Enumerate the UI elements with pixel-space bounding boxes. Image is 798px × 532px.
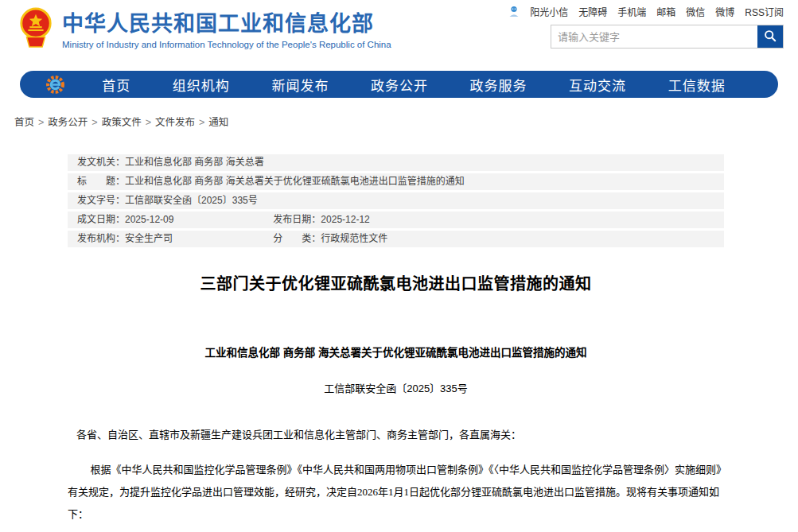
article-doc-number: 工信部联安全函〔2025〕335号 (68, 380, 724, 395)
breadcrumb-item-notice[interactable]: 通知 (208, 117, 228, 128)
meta-row-title: 标 题：工业和信息化部 商务部 海关总署关于优化锂亚硫酰氯电池进出口监管措施的通… (68, 173, 724, 190)
top-link-wechat[interactable]: 微信 (686, 5, 705, 18)
article-body: 各省、自治区、直辖市及新疆生产建设兵团工业和信息化主管部门、商务主管部门，各直属… (68, 424, 724, 532)
breadcrumb: 首页>政务公开>政策文件>文件发布>通知 (14, 114, 798, 129)
breadcrumb-item-gov-disclosure[interactable]: 政务公开 (48, 117, 88, 128)
meta-label: 分 类： (273, 233, 321, 244)
meta-label: 标 题： (77, 176, 125, 187)
document-container: 发文机关：工业和信息化部 商务部 海关总署 标 题：工业和信息化部 商务部 海关… (68, 154, 724, 532)
meta-value: 工业和信息化部 商务部 海关总署关于优化锂亚硫酰氯电池进出口监管措施的通知 (125, 176, 465, 187)
site-search (551, 25, 784, 49)
meta-value: 工信部联安全函〔2025〕335号 (125, 195, 258, 206)
document-meta-table: 发文机关：工业和信息化部 商务部 海关总署 标 题：工业和信息化部 商务部 海关… (68, 154, 724, 247)
national-emblem-logo (18, 7, 54, 52)
top-link-mail[interactable]: 邮箱 (656, 5, 675, 18)
nav-item-home[interactable]: 首页 (94, 72, 138, 98)
article-salutation: 各省、自治区、直辖市及新疆生产建设兵团工业和信息化主管部门、商务主管部门，各直属… (68, 424, 724, 446)
search-button[interactable] (757, 25, 783, 48)
top-link-mobile[interactable]: 手机端 (617, 5, 646, 18)
meta-value: 2025-12-12 (321, 214, 369, 225)
search-icon (764, 29, 777, 45)
miit-gear-e-icon (45, 75, 65, 95)
search-input[interactable] (551, 25, 757, 48)
nav-item-interaction[interactable]: 互动交流 (561, 72, 634, 98)
nav-item-miit-data[interactable]: 工信数据 (660, 72, 734, 98)
nav-item-gov-disclosure[interactable]: 政务公开 (363, 72, 436, 98)
top-link-rss[interactable]: RSS订阅 (745, 5, 784, 18)
meta-label: 发布日期： (273, 214, 321, 225)
top-link-weibo[interactable]: 微博 (715, 5, 734, 18)
main-navigation: 首页 组织机构 新闻发布 政务公开 政务服务 互动交流 工信数据 (20, 71, 778, 98)
meta-value: 行政规范性文件 (321, 233, 387, 244)
meta-label: 发文字号： (77, 195, 125, 206)
breadcrumb-item-home[interactable]: 首页 (14, 117, 34, 128)
top-utility-links: 阳光小信 无障碍 手机端 邮箱 微信 微博 RSS订阅 (508, 5, 784, 18)
article-title: 三部门关于优化锂亚硫酰氯电池进出口监管措施的通知 (68, 271, 724, 294)
breadcrumb-separator: > (91, 117, 97, 128)
meta-value: 工业和信息化部 商务部 海关总署 (125, 157, 264, 168)
site-subtitle-en: Ministry of Industry and Information Tec… (62, 40, 391, 49)
meta-label: 发文机关： (77, 157, 125, 168)
site-header: 中华人民共和国工业和信息化部 Ministry of Industry and … (0, 0, 798, 70)
breadcrumb-item-document-release[interactable]: 文件发布 (155, 117, 195, 128)
meta-row-issuing-org: 发文机关：工业和信息化部 商务部 海关总署 (68, 154, 724, 171)
article-subtitle: 工业和信息化部 商务部 海关总署关于优化锂亚硫酰氯电池进出口监管措施的通知 (68, 344, 724, 359)
site-title: 中华人民共和国工业和信息化部 (62, 10, 391, 37)
breadcrumb-separator: > (38, 117, 44, 128)
nav-item-gov-services[interactable]: 政务服务 (462, 72, 535, 98)
article-paragraph-basis: 根据《中华人民共和国监控化学品管理条例》《中华人民共和国两用物项出口管制条例》《… (68, 459, 724, 526)
meta-row-doc-number: 发文字号：工信部联安全函〔2025〕335号 (68, 192, 724, 209)
nav-item-news[interactable]: 新闻发布 (263, 72, 337, 98)
meta-row-publisher-category: 发布机构：安全生产司 分 类：行政规范性文件 (68, 231, 724, 247)
meta-label: 发布机构： (77, 233, 125, 244)
xiaoxin-mascot-icon (508, 6, 520, 17)
meta-value: 安全生产司 (125, 233, 173, 244)
breadcrumb-separator: > (146, 117, 151, 128)
meta-value: 2025-12-09 (125, 214, 173, 225)
meta-label: 成文日期： (77, 214, 125, 225)
top-link-yangguang-xiaoxin[interactable]: 阳光小信 (530, 5, 568, 18)
nav-item-organization[interactable]: 组织机构 (165, 72, 238, 98)
breadcrumb-item-policy-documents[interactable]: 政策文件 (102, 117, 142, 128)
top-link-accessibility[interactable]: 无障碍 (578, 5, 607, 18)
meta-row-dates: 成文日期：2025-12-09 发布日期：2025-12-12 (68, 212, 724, 228)
breadcrumb-separator: > (199, 117, 204, 128)
